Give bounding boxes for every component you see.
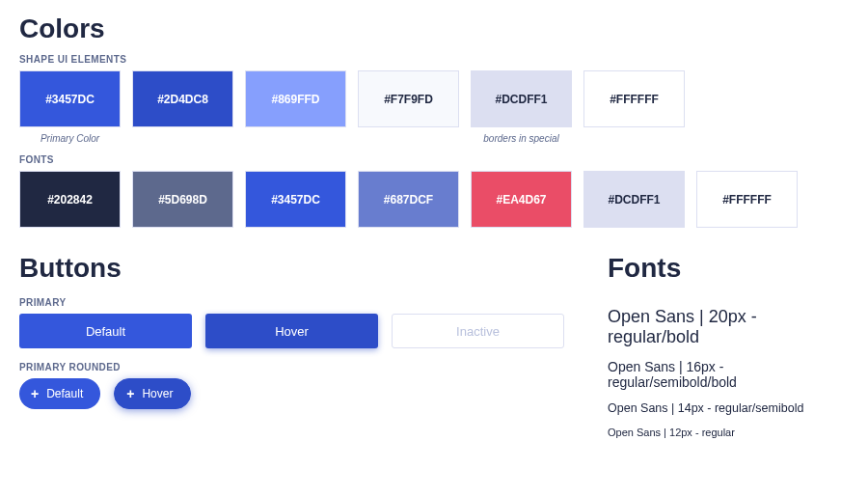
font-spec: Open Sans | 16px - regular/semibold/bold: [608, 359, 849, 390]
swatch-caption: borders in special: [471, 133, 572, 145]
shape-ui-caption-row: Primary Color borders in special: [19, 133, 849, 145]
rounded-hover-button[interactable]: + Hover: [114, 378, 191, 409]
shape-ui-elements-label: SHAPE UI ELEMENTS: [19, 54, 849, 65]
fonts-title: Fonts: [608, 253, 849, 284]
shape-ui-swatch-row: #3457DC #2D4DC8 #869FFD #F7F9FD #DCDFF1 …: [19, 70, 849, 127]
color-swatch: #202842: [19, 171, 121, 228]
swatch-caption: [245, 133, 346, 145]
primary-button-row: Default Hover Inactive: [19, 314, 579, 348]
plus-icon: +: [126, 387, 134, 400]
swatch-caption: [358, 133, 459, 145]
fonts-colors-label: FONTS: [19, 154, 849, 165]
primary-inactive-button: Inactive: [392, 314, 564, 348]
primary-label: PRIMARY: [19, 297, 579, 308]
color-swatch: #DCDFF1: [583, 171, 685, 228]
color-swatch: #3457DC: [19, 70, 121, 127]
rounded-default-label: Default: [46, 387, 83, 400]
primary-rounded-label: PRIMARY ROUNDED: [19, 362, 579, 372]
color-swatch: #869FFD: [245, 70, 346, 127]
color-swatch: #2D4DC8: [132, 70, 233, 127]
colors-title: Colors: [19, 14, 849, 44]
color-swatch: #F7F9FD: [358, 70, 459, 127]
primary-default-button[interactable]: Default: [19, 314, 192, 348]
font-spec: Open Sans | 12px - regular: [608, 427, 849, 438]
color-swatch: #3457DC: [245, 171, 346, 228]
color-swatch: #EA4D67: [471, 171, 572, 228]
swatch-caption: Primary Color: [19, 133, 121, 145]
swatch-caption: [583, 133, 685, 145]
color-swatch: #FFFFFF: [583, 70, 685, 127]
color-swatch: #687DCF: [358, 171, 459, 228]
font-spec: Open Sans | 14px - regular/semibold: [608, 401, 849, 415]
primary-rounded-row: + Default + Hover: [19, 378, 579, 409]
plus-icon: +: [31, 387, 39, 400]
swatch-caption: [132, 133, 233, 145]
color-swatch: #DCDFF1: [471, 70, 572, 127]
color-swatch: #5D698D: [132, 171, 233, 228]
primary-hover-button[interactable]: Hover: [205, 314, 378, 348]
rounded-hover-label: Hover: [142, 387, 173, 400]
font-spec: Open Sans | 20px - regular/bold: [608, 307, 849, 347]
color-swatch: #FFFFFF: [696, 171, 798, 228]
font-color-swatch-row: #202842 #5D698D #3457DC #687DCF #EA4D67 …: [19, 171, 849, 228]
rounded-default-button[interactable]: + Default: [19, 378, 100, 409]
buttons-title: Buttons: [19, 253, 579, 284]
